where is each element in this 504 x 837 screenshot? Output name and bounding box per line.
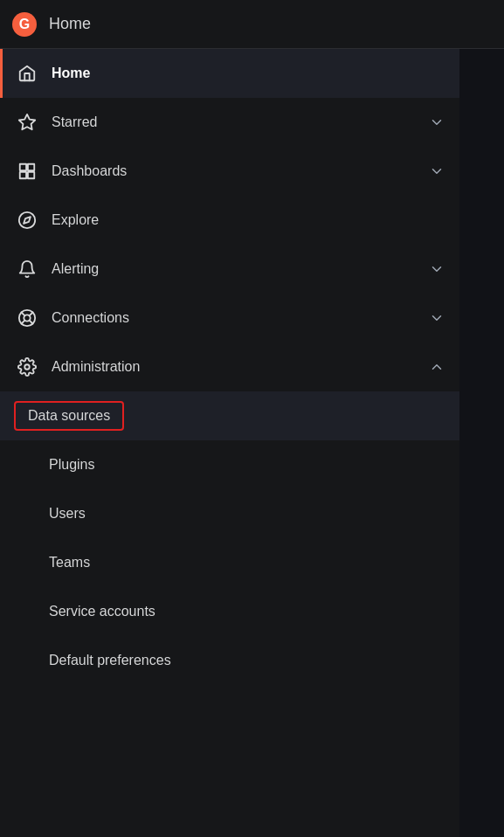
users-label: Users bbox=[49, 506, 86, 522]
sidebar-label-dashboards: Dashboards bbox=[52, 163, 428, 179]
svg-point-5 bbox=[19, 212, 35, 228]
top-bar: Home bbox=[0, 0, 504, 49]
default-preferences-label: Default preferences bbox=[49, 653, 171, 668]
administration-icon bbox=[17, 356, 38, 377]
home-icon bbox=[17, 63, 38, 84]
submenu-item-default-preferences[interactable]: Default preferences bbox=[0, 636, 459, 685]
service-accounts-label: Service accounts bbox=[49, 604, 155, 619]
submenu-item-service-accounts[interactable]: Service accounts bbox=[0, 587, 459, 636]
svg-line-9 bbox=[22, 313, 25, 316]
submenu-item-teams[interactable]: Teams bbox=[0, 538, 459, 587]
data-sources-highlighted-label: Data sources bbox=[14, 401, 124, 431]
grafana-logo-icon: G bbox=[10, 10, 38, 38]
submenu-item-plugins[interactable]: Plugins bbox=[0, 440, 459, 489]
sidebar-item-administration[interactable]: Administration bbox=[0, 342, 459, 391]
chevron-down-icon bbox=[428, 114, 445, 131]
connections-icon bbox=[17, 308, 38, 329]
sidebar-label-administration: Administration bbox=[52, 359, 428, 375]
svg-text:G: G bbox=[19, 17, 30, 31]
svg-marker-6 bbox=[24, 217, 31, 224]
header-title: Home bbox=[49, 15, 91, 33]
chevron-down-icon bbox=[428, 309, 445, 327]
sidebar-label-starred: Starred bbox=[52, 114, 428, 130]
sidebar-label-connections: Connections bbox=[52, 310, 428, 326]
svg-rect-3 bbox=[20, 172, 26, 178]
sidebar-label-explore: Explore bbox=[52, 212, 445, 228]
svg-marker-0 bbox=[19, 114, 35, 129]
submenu-item-data-sources[interactable]: Data sources bbox=[0, 391, 459, 440]
sidebar-item-connections[interactable]: Connections bbox=[0, 294, 459, 342]
sidebar-item-dashboards[interactable]: Dashboards bbox=[0, 147, 459, 196]
explore-icon bbox=[17, 210, 38, 231]
svg-line-11 bbox=[30, 313, 33, 316]
sidebar: Home Starred Dashboards bbox=[0, 49, 459, 837]
svg-rect-4 bbox=[28, 172, 34, 178]
dashboards-icon bbox=[17, 161, 38, 182]
chevron-down-icon bbox=[428, 260, 445, 278]
sidebar-item-explore[interactable]: Explore bbox=[0, 196, 459, 245]
administration-submenu: Data sources Plugins Users Teams Service… bbox=[0, 391, 459, 685]
svg-rect-1 bbox=[20, 164, 26, 170]
svg-rect-2 bbox=[28, 164, 34, 170]
sidebar-label-alerting: Alerting bbox=[52, 261, 428, 277]
sidebar-label-home: Home bbox=[52, 66, 445, 81]
sidebar-item-alerting[interactable]: Alerting bbox=[0, 245, 459, 294]
chevron-up-icon bbox=[428, 358, 445, 376]
svg-line-12 bbox=[22, 321, 25, 324]
submenu-item-users[interactable]: Users bbox=[0, 489, 459, 538]
sidebar-item-starred[interactable]: Starred bbox=[0, 98, 459, 147]
teams-label: Teams bbox=[49, 555, 90, 571]
chevron-down-icon bbox=[428, 163, 445, 180]
star-icon bbox=[17, 112, 38, 133]
sidebar-item-home[interactable]: Home bbox=[0, 49, 459, 98]
svg-point-13 bbox=[24, 364, 30, 370]
grafana-logo-area[interactable]: G bbox=[0, 0, 49, 49]
svg-line-10 bbox=[30, 321, 33, 324]
alerting-icon bbox=[17, 259, 38, 280]
plugins-label: Plugins bbox=[49, 457, 94, 473]
